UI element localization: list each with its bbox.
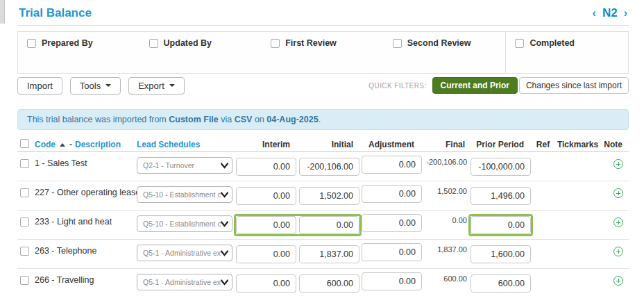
initial-header: Initial	[296, 140, 359, 149]
add-note-icon[interactable]	[613, 247, 623, 256]
final-value: 1,837.00	[423, 243, 468, 254]
add-note-icon[interactable]	[613, 188, 623, 198]
caret-down-icon	[105, 84, 111, 87]
interim-input[interactable]	[236, 187, 296, 205]
lead-schedule-select[interactable]: Q5-10 - Establishment costs	[137, 215, 232, 232]
nav-next-icon[interactable]: ›	[624, 8, 627, 19]
adjustment-input[interactable]	[362, 185, 422, 203]
first-review-label: First Review	[285, 39, 337, 48]
note-header: Note	[600, 140, 627, 149]
nav-prev-icon[interactable]: ‹	[593, 8, 596, 19]
interim-initial-group	[234, 185, 362, 207]
lead-schedule-select[interactable]: Q5-1 - Administrative expenses	[137, 245, 232, 261]
lead-schedule-selected-value: Q5-10 - Establishment costs	[143, 220, 221, 228]
tools-dropdown-button[interactable]: Tools	[70, 77, 121, 94]
prior-period-input[interactable]	[471, 158, 531, 176]
description-header[interactable]: Description	[75, 140, 121, 149]
left-panel-edge	[0, 0, 5, 24]
prior-period-group	[468, 243, 533, 265]
interim-input[interactable]	[236, 158, 296, 176]
banner-suffix: .	[319, 115, 321, 124]
prior-period-input[interactable]	[471, 274, 531, 293]
trial-balance-table: Code - Description Lead Schedules Interi…	[17, 138, 629, 296]
table-header-row: Code - Description Lead Schedules Interi…	[17, 138, 629, 151]
banner-on: on	[252, 115, 266, 124]
banner-source: Custom File	[169, 115, 219, 124]
completed-checkbox[interactable]	[515, 39, 524, 48]
add-note-icon[interactable]	[613, 276, 623, 286]
select-all-checkbox[interactable]	[20, 139, 29, 148]
interim-initial-group	[234, 214, 362, 236]
prior-period-group	[468, 156, 533, 178]
initial-input[interactable]	[299, 245, 359, 263]
nav-document-label[interactable]: N2	[602, 6, 618, 20]
filter-current-and-prior-button[interactable]: Current and Prior	[432, 77, 518, 94]
quick-filter-group: Current and Prior Changes since last imp…	[432, 77, 629, 94]
interim-input[interactable]	[236, 216, 296, 234]
prepared-by-label: Prepared By	[42, 39, 93, 48]
row-checkbox[interactable]	[20, 159, 29, 168]
updated-by-checkbox[interactable]	[149, 39, 158, 48]
final-value: 1,502.00	[423, 185, 468, 195]
adjustment-header: Adjustment	[359, 140, 421, 149]
final-value: 0.00	[423, 214, 468, 224]
prepared-by-checkbox[interactable]	[27, 39, 36, 48]
lead-schedule-select[interactable]: Q5-10 - Establishment costs	[137, 186, 232, 203]
chevron-down-icon	[221, 250, 228, 256]
prior-period-input[interactable]	[471, 216, 531, 234]
initial-input[interactable]	[299, 216, 359, 234]
adjustment-input[interactable]	[362, 243, 422, 261]
lead-schedule-selected-value: Q5-1 - Administrative expenses	[143, 249, 221, 257]
row-checkbox[interactable]	[20, 247, 29, 256]
ref-header: Ref	[531, 140, 555, 149]
account-label: 266 - Travelling	[35, 272, 137, 285]
second-review-checkbox[interactable]	[393, 39, 402, 48]
banner-via: via	[219, 115, 235, 124]
interim-input[interactable]	[236, 274, 296, 293]
adjustment-input[interactable]	[362, 156, 422, 174]
lead-schedule-select[interactable]: Q5-1 - Administrative expenses	[137, 274, 232, 290]
add-note-icon[interactable]	[613, 217, 623, 227]
initial-input[interactable]	[299, 158, 359, 176]
interim-initial-group	[234, 272, 362, 295]
lead-schedule-selected-value: Q5-1 - Administrative expenses	[143, 278, 221, 286]
prior-period-header: Prior Period	[466, 140, 531, 149]
caret-down-icon	[169, 84, 175, 87]
header-dash: -	[69, 140, 72, 149]
trial-balance-page: Trial Balance ‹ N2 › Prepared By Updated…	[0, 0, 644, 296]
lead-schedule-select[interactable]: Q2-1 - Turnover	[137, 157, 232, 174]
account-label: 1 - Sales Test	[35, 156, 137, 168]
prior-period-group	[468, 214, 533, 236]
updated-by-label: Updated By	[164, 39, 212, 48]
import-button-label: Import	[27, 81, 53, 91]
code-sort-header[interactable]: Code	[35, 140, 56, 149]
export-dropdown-button[interactable]: Export	[128, 77, 185, 94]
lead-schedule-selected-value: Q5-10 - Establishment costs	[143, 190, 221, 199]
prior-period-group	[468, 185, 533, 207]
adjustment-input[interactable]	[362, 272, 422, 290]
account-label: 233 - Light and heat	[35, 214, 137, 227]
final-header: Final	[421, 140, 466, 149]
row-checkbox[interactable]	[20, 276, 29, 285]
lead-schedules-header[interactable]: Lead Schedules	[137, 140, 234, 149]
filter-changes-since-last-import-button[interactable]: Changes since last import	[519, 77, 629, 94]
table-body: 1 - Sales Test Q2-1 - Turnover -200,106.…	[17, 151, 629, 296]
row-checkbox[interactable]	[20, 217, 29, 227]
row-checkbox[interactable]	[20, 188, 29, 197]
review-cell-updated-by: Updated By	[140, 32, 262, 73]
review-status-panel: Prepared By Updated By First Review Seco…	[17, 31, 629, 74]
final-value: -200,106.00	[423, 156, 468, 166]
add-note-icon[interactable]	[613, 159, 623, 169]
interim-input[interactable]	[236, 245, 296, 263]
chevron-down-icon	[221, 221, 228, 227]
code-description-header: Code - Description	[35, 140, 137, 149]
first-review-checkbox[interactable]	[271, 39, 280, 48]
import-button[interactable]: Import	[17, 77, 62, 94]
table-row: 1 - Sales Test Q2-1 - Turnover -200,106.…	[17, 152, 629, 181]
prior-period-input[interactable]	[471, 187, 531, 205]
prior-period-input[interactable]	[471, 245, 531, 263]
review-cell-prepared-by: Prepared By	[18, 32, 140, 73]
initial-input[interactable]	[299, 274, 359, 293]
initial-input[interactable]	[299, 187, 359, 205]
adjustment-input[interactable]	[362, 214, 422, 232]
